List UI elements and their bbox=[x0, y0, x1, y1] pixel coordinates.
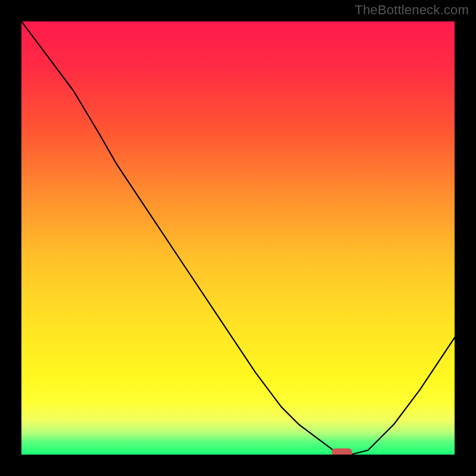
chart-overlay-svg bbox=[21, 21, 455, 455]
watermark-text: TheBottleneck.com bbox=[355, 2, 469, 18]
plot-gradient-background bbox=[21, 21, 455, 455]
optimal-marker bbox=[332, 448, 352, 455]
plot-border bbox=[19, 19, 457, 457]
bottleneck-curve bbox=[21, 21, 455, 455]
chart-container: TheBottleneck.com bbox=[0, 0, 476, 476]
